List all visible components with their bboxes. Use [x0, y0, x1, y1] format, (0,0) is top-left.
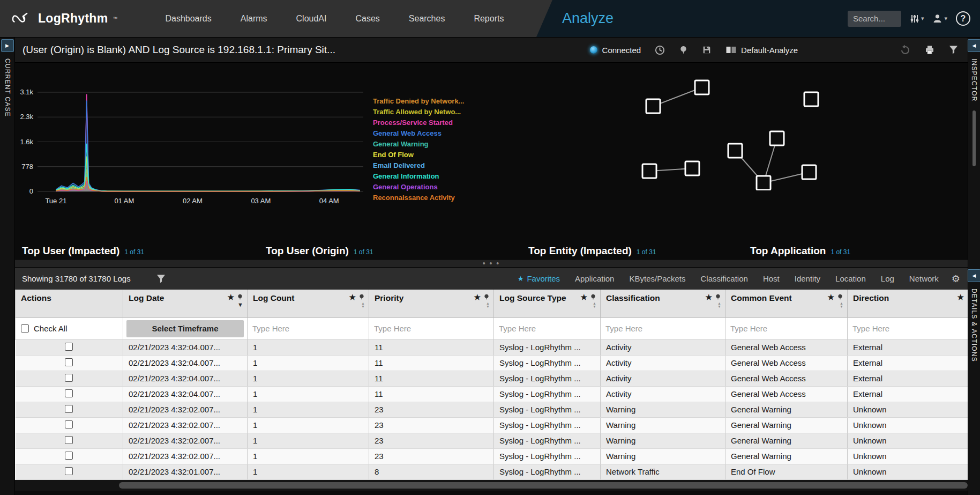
drag-handle-icon[interactable]: • • •: [483, 261, 500, 265]
sort-toggle-icon[interactable]: ▲▼: [593, 302, 596, 308]
widget-pager[interactable]: 1 of 31: [831, 248, 850, 256]
horizontal-scrollbar-thumb[interactable]: [119, 482, 968, 489]
user-menu[interactable]: ▾: [932, 13, 947, 24]
table-row[interactable]: 02/21/2023 4:32:01.007...18Syslog - LogR…: [16, 464, 968, 479]
expand-details-actions-button[interactable]: ◀: [968, 269, 980, 282]
tab-host[interactable]: Host: [755, 268, 787, 290]
favorite-star-icon[interactable]: ★: [957, 293, 964, 301]
tab-identity[interactable]: Identity: [787, 268, 828, 290]
logs-filter-icon[interactable]: [156, 275, 166, 283]
nav-item-reports[interactable]: Reports: [459, 0, 518, 38]
column-header-log-count[interactable]: Log Count★▲▼: [248, 290, 369, 317]
filter-input-log-source-type[interactable]: [499, 324, 597, 333]
tab-favorites[interactable]: ★Favorites: [510, 268, 567, 290]
filter-input-common-event[interactable]: [730, 324, 844, 333]
pin-icon[interactable]: [237, 294, 243, 300]
panel-resize-divider[interactable]: • • •: [15, 259, 968, 268]
check-all-control[interactable]: Check All: [16, 324, 123, 333]
legend-item-traffic-denied-by-network[interactable]: Traffic Denied by Network...: [373, 96, 465, 107]
global-search-input[interactable]: [848, 11, 901, 27]
grid-settings-gear-icon[interactable]: ⚙: [952, 274, 960, 284]
graph-node-6[interactable]: [685, 161, 699, 175]
tab-classification[interactable]: Classification: [693, 268, 755, 290]
table-row[interactable]: 02/21/2023 4:32:02.007...123Syslog - Log…: [16, 448, 968, 464]
row-checkbox[interactable]: [65, 343, 73, 351]
layout-selector[interactable]: Default-Analyze: [725, 46, 798, 55]
favorite-star-icon[interactable]: ★: [705, 293, 712, 301]
horizontal-scrollbar[interactable]: [15, 480, 968, 491]
select-timeframe-button[interactable]: Select Timeframe: [126, 320, 244, 337]
legend-item-email-delivered[interactable]: Email Delivered: [373, 160, 465, 171]
table-row[interactable]: 02/21/2023 4:32:04.007...111Syslog - Log…: [16, 386, 968, 402]
dashboard-vertical-scrollbar[interactable]: [972, 110, 976, 166]
details-actions-label[interactable]: DETAILS & ACTIONS: [970, 289, 978, 362]
graph-node-5[interactable]: [642, 164, 656, 178]
graph-node-8[interactable]: [802, 165, 816, 179]
legend-item-reconnaissance-activity[interactable]: Reconnaissance Activity: [373, 193, 465, 203]
nav-item-searches[interactable]: Searches: [394, 0, 460, 38]
tab-log[interactable]: Log: [873, 268, 902, 290]
undo-icon[interactable]: [900, 45, 910, 55]
graph-node-3[interactable]: [770, 131, 784, 145]
row-checkbox[interactable]: [65, 374, 73, 382]
favorite-star-icon[interactable]: ★: [474, 293, 481, 301]
column-header-direction[interactable]: Direction★: [848, 290, 968, 317]
pin-search-icon[interactable]: [679, 46, 688, 55]
row-checkbox[interactable]: [65, 452, 73, 460]
graph-node-0[interactable]: [695, 80, 709, 94]
current-case-label[interactable]: CURRENT CASE: [4, 58, 11, 117]
legend-item-general-web-access[interactable]: General Web Access: [373, 128, 465, 139]
tab-kbytes-packets[interactable]: KBytes/Packets: [622, 268, 693, 290]
nav-item-cloudai[interactable]: CloudAI: [282, 0, 341, 38]
table-row[interactable]: 02/21/2023 4:32:04.007...111Syslog - Log…: [16, 355, 968, 371]
column-header-log-date[interactable]: Log Date★▼: [123, 290, 248, 317]
legend-item-process-service-started[interactable]: Process/Service Started: [373, 117, 465, 128]
pin-icon[interactable]: [715, 294, 721, 300]
pin-icon[interactable]: [358, 294, 365, 300]
sort-toggle-icon[interactable]: ▲▼: [361, 302, 365, 308]
table-row[interactable]: 02/21/2023 4:32:04.007...111Syslog - Log…: [16, 371, 968, 386]
legend-item-general-operations[interactable]: General Operations: [373, 182, 465, 193]
check-all-checkbox[interactable]: [21, 324, 29, 333]
display-options-menu[interactable]: ▾: [910, 14, 924, 24]
sort-desc-icon[interactable]: ▼: [237, 302, 243, 307]
column-header-priority[interactable]: Priority★▲▼: [369, 290, 494, 317]
table-row[interactable]: 02/21/2023 4:32:02.007...123Syslog - Log…: [16, 417, 968, 433]
nav-item-dashboards[interactable]: Dashboards: [151, 0, 226, 38]
widget-pager[interactable]: 1 of 31: [637, 248, 656, 256]
filter-input-direction[interactable]: [852, 324, 965, 333]
widget-pager[interactable]: 1 of 31: [354, 248, 373, 256]
print-icon[interactable]: [924, 45, 935, 55]
graph-node-1[interactable]: [646, 99, 660, 113]
table-row[interactable]: 02/21/2023 4:32:02.007...123Syslog - Log…: [16, 433, 968, 448]
sort-toggle-icon[interactable]: ▲▼: [840, 302, 843, 308]
row-checkbox[interactable]: [65, 389, 73, 397]
sort-toggle-icon[interactable]: ▲▼: [717, 302, 721, 308]
legend-item-end-of-flow[interactable]: End Of Flow: [373, 150, 465, 160]
table-row[interactable]: 02/21/2023 4:32:04.007...111Syslog - Log…: [16, 339, 968, 355]
favorite-star-icon[interactable]: ★: [827, 293, 834, 301]
save-search-icon[interactable]: [702, 45, 712, 55]
tab-application[interactable]: Application: [567, 268, 622, 290]
expand-inspector-button[interactable]: ◀: [968, 39, 980, 52]
legend-item-general-information[interactable]: General Information: [373, 171, 465, 182]
row-checkbox[interactable]: [65, 420, 73, 428]
tab-network[interactable]: Network: [902, 268, 946, 290]
time-range-icon[interactable]: [655, 45, 665, 55]
pin-icon[interactable]: [837, 294, 843, 300]
column-header-actions[interactable]: Actions: [16, 290, 123, 317]
graph-node-7[interactable]: [757, 176, 770, 190]
favorite-star-icon[interactable]: ★: [349, 293, 356, 301]
favorite-star-icon[interactable]: ★: [227, 293, 234, 301]
graph-node-2[interactable]: [804, 92, 818, 106]
column-header-classification[interactable]: Classification★▲▼: [601, 290, 725, 317]
row-checkbox[interactable]: [65, 405, 73, 413]
expand-current-case-button[interactable]: ▶: [1, 39, 14, 52]
column-header-common-event[interactable]: Common Event★▲▼: [725, 290, 848, 317]
column-header-log-source-type[interactable]: Log Source Type★▲▼: [494, 290, 601, 317]
pin-icon[interactable]: [483, 294, 490, 300]
help-icon[interactable]: ?: [956, 11, 970, 26]
widget-pager[interactable]: 1 of 31: [124, 248, 144, 256]
nav-item-cases[interactable]: Cases: [341, 0, 394, 38]
row-checkbox[interactable]: [65, 436, 73, 444]
